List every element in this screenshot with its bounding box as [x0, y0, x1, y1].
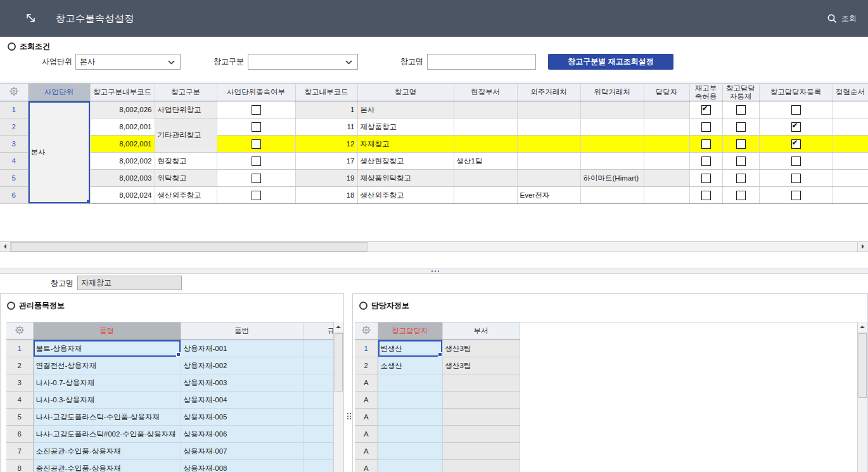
cell-consign-vendor[interactable]	[580, 101, 644, 118]
cell-manager[interactable]	[644, 170, 689, 187]
row-header[interactable]: A	[355, 374, 378, 392]
cell-manager-name[interactable]	[378, 426, 442, 443]
cell-item-name[interactable]: 볼트-상용자재	[33, 340, 181, 357]
cell-wh-name[interactable]: 자재창고	[357, 136, 454, 153]
cell-type-code[interactable]: 8,002,001	[90, 136, 155, 153]
scroll-left-button[interactable]	[0, 242, 11, 252]
cell-manager-dept[interactable]	[442, 460, 520, 472]
row-header[interactable]: 4	[6, 392, 33, 409]
row-header[interactable]: 2	[6, 357, 33, 374]
stock-query-setting-button[interactable]: 창고구분별 재고조회설정	[548, 54, 673, 70]
cell-item-spec[interactable]	[303, 374, 334, 392]
cell-item-code[interactable]: 상용자재-001	[181, 340, 303, 357]
whname-input[interactable]	[427, 54, 536, 70]
row-header[interactable]: 5	[0, 170, 28, 187]
row-header[interactable]: 6	[6, 426, 33, 443]
cell-wh-code[interactable]: 19	[295, 170, 357, 187]
cell-item-code[interactable]: 상용자재-008	[181, 460, 303, 472]
column-header-2[interactable]: 품번	[181, 322, 303, 340]
checkbox[interactable]	[791, 191, 801, 200]
cell-item-name[interactable]: 나사-0.3-상용자재	[33, 392, 181, 409]
cell-manager-dept[interactable]	[442, 443, 520, 460]
cell-allow-shortage[interactable]	[689, 118, 722, 136]
cell-item-spec[interactable]	[303, 460, 334, 472]
cell-site-dept[interactable]	[454, 118, 517, 136]
column-header-8[interactable]: 외주거래처	[517, 84, 580, 101]
cell-type-name[interactable]: 사업단위창고	[155, 101, 217, 118]
cell-manager[interactable]	[644, 136, 689, 153]
cell-site-dept[interactable]	[454, 136, 517, 153]
cell-item-spec[interactable]	[303, 426, 334, 443]
cell-item-spec[interactable]	[303, 409, 334, 426]
checkbox[interactable]	[252, 191, 261, 200]
checkbox[interactable]	[736, 122, 746, 132]
vertical-splitter[interactable]	[347, 413, 351, 419]
row-header[interactable]: A	[355, 460, 378, 472]
cell-manager-register[interactable]	[759, 153, 833, 170]
cell-manager-register[interactable]	[759, 187, 833, 204]
cell-item-code[interactable]: 상용자재-005	[181, 409, 303, 426]
cell-item-code[interactable]: 상용자재-006	[181, 426, 303, 443]
cell-manager-dept[interactable]	[442, 374, 520, 392]
cell-item-name[interactable]: 나사-고강도플라스틱-수입품-상용자재	[33, 409, 181, 426]
cell-wh-code[interactable]: 17	[295, 153, 357, 170]
cell-wh-name[interactable]: 생산외주창고	[357, 187, 454, 204]
column-header-4[interactable]: 사업단위종속여부	[217, 84, 295, 101]
cell-item-spec[interactable]	[303, 340, 334, 357]
cell-sort-order[interactable]	[833, 136, 868, 153]
cell-item-name[interactable]: 소진공관-수입품-상용자재	[33, 443, 181, 460]
cell-outsource-vendor[interactable]	[517, 153, 580, 170]
row-header[interactable]: 1	[355, 340, 378, 357]
column-header-3[interactable]: 창고구분	[155, 84, 217, 101]
cell-manager-control[interactable]	[722, 118, 759, 136]
grid-settings-button[interactable]	[355, 322, 378, 340]
cell-dependent[interactable]	[217, 153, 295, 170]
bizunit-select[interactable]: 본사	[75, 54, 181, 70]
cell-manager-name[interactable]	[378, 392, 442, 409]
grid-settings-button[interactable]	[0, 84, 28, 101]
cell-sort-order[interactable]	[833, 170, 868, 187]
column-header-1[interactable]: 사업단위	[28, 84, 90, 101]
cell-wh-code[interactable]: 12	[295, 136, 357, 153]
cell-manager-dept[interactable]	[442, 426, 520, 443]
checkbox[interactable]	[252, 139, 261, 149]
checkbox[interactable]	[736, 139, 746, 149]
cell-allow-shortage[interactable]	[689, 187, 722, 204]
search-button[interactable]: 조회	[827, 0, 857, 37]
row-header[interactable]: 2	[355, 357, 378, 374]
cell-consign-vendor[interactable]	[580, 118, 644, 136]
scroll-up-button[interactable]	[334, 323, 343, 333]
row-header[interactable]: A	[355, 443, 378, 460]
cell-outsource-vendor[interactable]	[517, 118, 580, 136]
cell-item-name[interactable]: 나사-고강도플라스틱#002-수입품-상용자재	[33, 426, 181, 443]
column-header-10[interactable]: 담당자	[644, 84, 689, 101]
cell-allow-shortage[interactable]	[689, 136, 722, 153]
cell-dependent[interactable]	[217, 136, 295, 153]
cell-item-spec[interactable]	[303, 392, 334, 409]
checkbox[interactable]	[701, 156, 711, 166]
cell-manager-name[interactable]	[378, 374, 442, 392]
cell-manager-register[interactable]	[759, 170, 833, 187]
checkbox-checked[interactable]	[791, 139, 801, 149]
column-header-13[interactable]: 창고담당자등록	[759, 84, 833, 101]
checkbox[interactable]	[791, 105, 801, 115]
cell-item-name[interactable]: 연결전선-상용자재	[33, 357, 181, 374]
cell-sort-order[interactable]	[833, 187, 868, 204]
cell-dependent[interactable]	[217, 170, 295, 187]
row-header[interactable]: A	[355, 409, 378, 426]
cell-manager-name[interactable]	[378, 443, 442, 460]
column-header-2[interactable]: 부서	[442, 322, 520, 340]
checkbox-checked[interactable]	[791, 122, 801, 132]
cell-manager-control[interactable]	[722, 187, 759, 204]
cell-wh-name[interactable]: 제상품창고	[357, 118, 454, 136]
column-header-12[interactable]: 창고담당자통제	[722, 84, 759, 101]
cell-wh-code[interactable]: 18	[295, 187, 357, 204]
checkbox[interactable]	[736, 191, 746, 200]
cell-item-code[interactable]: 상용자재-003	[181, 374, 303, 392]
column-header-6[interactable]: 창고명	[357, 84, 454, 101]
row-header[interactable]: 1	[0, 101, 28, 118]
cell-consign-vendor[interactable]	[580, 187, 644, 204]
row-header[interactable]: 6	[0, 187, 28, 204]
column-header-5[interactable]: 창고내부코드	[295, 84, 357, 101]
cell-site-dept[interactable]	[454, 187, 517, 204]
